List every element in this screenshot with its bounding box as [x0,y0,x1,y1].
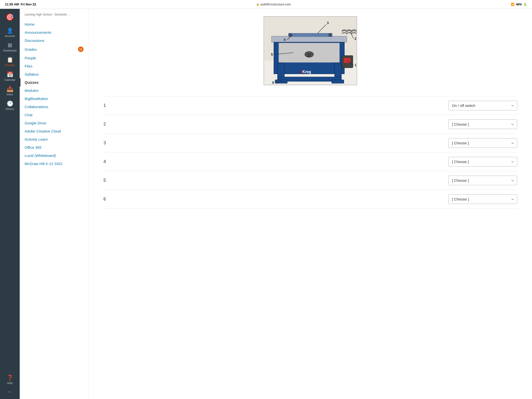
quiz-number-6: 6 [103,197,111,202]
quiz-select-wrapper-6: [ Choose ] On / off switch Router bit Fe… [448,194,517,204]
nav-calendar[interactable]: 📅 Calendar [0,69,20,84]
sidebar-item-announcements[interactable]: Announcements [20,28,88,36]
svg-point-9 [308,51,311,53]
battery-indicator: 46% [516,3,522,6]
quiz-row-3: 3 [ Choose ] On / off switch Router bit … [103,134,517,152]
status-bar: 11:55 AM Fri Nov 22 🔒 usd469.instructure… [0,0,532,9]
wifi-icon: 📶 [511,3,515,6]
quiz-select-4[interactable]: [ Choose ] On / off switch Router bit Fe… [448,157,517,166]
quiz-number-1: 1 [103,103,111,108]
svg-text:6: 6 [272,81,274,84]
nav-rail: 🎯 👤 Account ⊞ Dashboard 📋 Courses 📅 Cale… [0,9,20,399]
diagram-wrapper: Kreg 1 2 3 [264,16,357,86]
grades-badge: 11 [78,47,83,52]
sidebar-item-files[interactable]: Files [20,62,88,70]
nav-collapse[interactable]: ← [0,387,20,397]
svg-rect-1 [271,36,347,42]
svg-text:1: 1 [354,63,356,67]
kreg-table-diagram: Kreg 1 2 3 [264,16,357,85]
nav-courses[interactable]: 📋 Courses [0,55,20,69]
nav-history[interactable]: 🕐 History [0,99,20,113]
svg-point-4 [329,33,332,37]
sidebar-item-bigbluebutton[interactable]: BigBlueButton [20,95,88,103]
svg-text:Kreg: Kreg [302,70,311,74]
sidebar-item-discussions[interactable]: Discussions [20,36,88,45]
quiz-number-4: 4 [103,159,111,164]
quiz-select-wrapper-4: [ Choose ] On / off switch Router bit Fe… [448,157,517,166]
calendar-icon: 📅 [7,72,13,77]
main-content: Kreg 1 2 3 [89,9,532,399]
nav-help[interactable]: ❓ Help [0,373,20,387]
svg-text:5: 5 [271,53,273,56]
quiz-row-4: 4 [ Choose ] On / off switch Router bit … [103,152,517,171]
quiz-row-2: 2 [ Choose ] On / off switch Router bit … [103,115,517,134]
sidebar-item-adobecc[interactable]: Adobe Creative Cloud [20,127,88,135]
svg-text:2: 2 [354,37,356,41]
svg-text:3: 3 [327,21,329,25]
url-bar: 🔒 usd469.instructure.com [256,3,291,6]
svg-point-3 [289,33,292,37]
sidebar-item-lucid[interactable]: Lucid (Whiteboard) [20,151,88,160]
quiz-number-3: 3 [103,140,111,146]
status-time: 11:55 AM Fri Nov 22 [5,2,36,6]
sidebar-item-grades[interactable]: Grades 11 [20,45,88,54]
quiz-select-wrapper-5: [ Choose ] On / off switch Router bit Fe… [448,176,517,185]
account-icon: 👤 [7,28,13,33]
sidebar-item-collaborations[interactable]: Collaborations [20,103,88,111]
sidebar-item-syllabus[interactable]: Syllabus [20,70,88,78]
nav-dashboard[interactable]: ⊞ Dashboard [0,40,20,55]
svg-rect-14 [332,80,344,83]
help-icon: ❓ [7,375,13,381]
sidebar-item-people[interactable]: People [20,54,88,62]
sidebar-item-home[interactable]: Home [20,20,88,28]
quiz-section: 1 On / off switch Router bit Fence Table… [103,96,517,209]
history-icon: 🕐 [7,101,13,106]
quiz-select-1[interactable]: On / off switch Router bit Fence Table s… [448,101,517,110]
quiz-number-2: 2 [103,122,111,127]
quiz-row-6: 6 [ Choose ] On / off switch Router bit … [103,190,517,209]
svg-rect-2 [288,33,332,37]
quiz-row-5: 5 [ Choose ] On / off switch Router bit … [103,171,517,190]
quiz-number-5: 5 [103,178,111,183]
battery-icon: 🔋 [523,3,527,6]
sidebar-item-office365[interactable]: Office 365 [20,143,88,151]
quiz-select-2[interactable]: [ Choose ] On / off switch Router bit Fe… [448,119,517,129]
sidebar-item-mcgrawhill[interactable]: McGraw Hill K-12 SSO [20,160,88,168]
sidebar-item-chat[interactable]: Chat [20,111,88,119]
quiz-select-5[interactable]: [ Choose ] On / off switch Router bit Fe… [448,176,517,185]
course-sidebar: Lansing High School - Semester ... Home … [20,9,89,399]
nav-account[interactable]: 👤 Account [0,26,20,40]
courses-icon: 📋 [7,57,13,63]
quiz-select-6[interactable]: [ Choose ] On / off switch Router bit Fe… [448,194,517,204]
sidebar-item-quizzes[interactable]: Quizzes [20,78,88,86]
sidebar-item-modules[interactable]: Modules [20,86,88,95]
quiz-select-wrapper-1: On / off switch Router bit Fence Table s… [448,101,517,110]
quiz-select-wrapper-2: [ Choose ] On / off switch Router bit Fe… [448,119,517,129]
sidebar-item-activelylearn[interactable]: Actively Learn [20,135,88,143]
status-indicators: 📶 46% 🔋 [511,3,527,6]
nav-logo[interactable]: 🎯 [0,11,20,23]
inbox-icon: 📥 [7,86,13,92]
nav-inbox[interactable]: 📥 Inbox [0,84,20,99]
canvas-logo-icon: 🎯 [6,14,14,21]
diagram-container: Kreg 1 2 3 [103,16,517,86]
svg-text:4: 4 [284,38,286,42]
sidebar-item-googledrive[interactable]: Google Drive [20,119,88,127]
collapse-icon: ← [8,390,12,394]
quiz-select-wrapper-3: [ Choose ] On / off switch Router bit Fe… [448,138,517,148]
quiz-select-3[interactable]: [ Choose ] On / off switch Router bit Fe… [448,138,517,148]
dashboard-icon: ⊞ [8,43,12,48]
quiz-row-1: 1 On / off switch Router bit Fence Table… [103,96,517,115]
breadcrumb: Lansing High School - Semester ... [20,13,88,20]
